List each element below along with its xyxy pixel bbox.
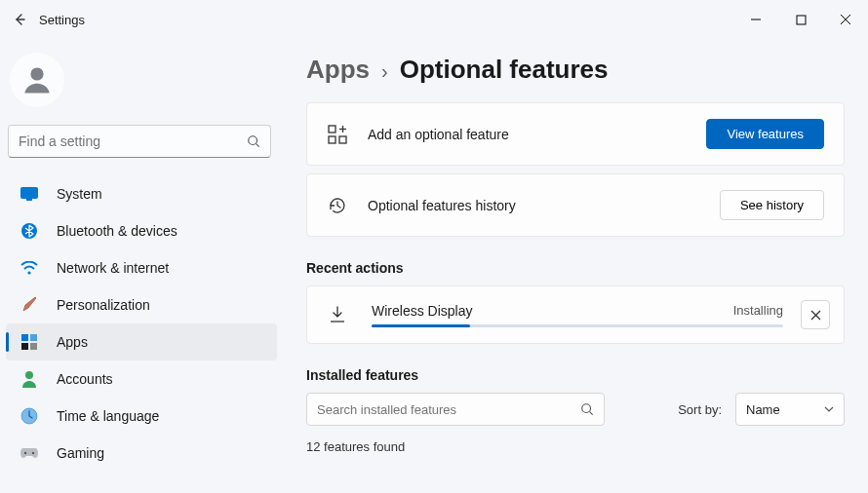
settings-search-input[interactable]: [19, 133, 247, 149]
add-feature-card: Add an optional feature View features: [306, 102, 845, 166]
sidebar-item-label: Time & language: [57, 408, 159, 424]
chevron-right-icon: ›: [381, 60, 388, 83]
svg-rect-22: [339, 136, 346, 143]
back-button[interactable]: [0, 12, 39, 27]
sidebar-item-system[interactable]: System: [6, 175, 277, 212]
svg-point-19: [32, 452, 34, 454]
add-feature-label: Add an optional feature: [368, 127, 706, 142]
maximize-button[interactable]: [778, 4, 823, 35]
history-card: Optional features history See history: [306, 173, 845, 237]
svg-point-5: [30, 67, 43, 80]
sidebar-item-personalization[interactable]: Personalization: [6, 286, 277, 323]
chevron-down-icon: [824, 406, 834, 412]
svg-point-28: [582, 404, 591, 413]
sidebar-item-label: System: [57, 186, 102, 202]
svg-rect-21: [329, 136, 335, 143]
system-icon: [20, 184, 39, 204]
recent-actions-heading: Recent actions: [306, 260, 845, 276]
search-icon: [247, 134, 260, 148]
grid-plus-icon: [327, 124, 348, 145]
close-window-button[interactable]: [823, 4, 868, 35]
sidebar-item-apps[interactable]: Apps: [6, 323, 277, 360]
recent-action-item: Wireless Display Installing: [306, 285, 845, 344]
gamepad-icon: [20, 443, 39, 463]
breadcrumb-parent[interactable]: Apps: [306, 55, 370, 85]
sidebar-item-label: Personalization: [57, 297, 150, 313]
svg-rect-2: [797, 16, 806, 24]
svg-point-6: [249, 136, 257, 145]
sort-by-select[interactable]: Name: [735, 393, 845, 426]
sidebar-item-accounts[interactable]: Accounts: [6, 360, 277, 398]
svg-rect-13: [30, 334, 37, 341]
svg-point-18: [24, 452, 26, 454]
main-content: Apps › Optional features Add an optional…: [283, 39, 868, 493]
account-icon: [20, 369, 39, 389]
features-found-text: 12 features found: [306, 439, 845, 454]
close-icon: [810, 310, 821, 321]
sort-by-value: Name: [746, 402, 780, 417]
close-icon: [840, 14, 851, 25]
person-icon: [20, 62, 55, 97]
svg-rect-14: [21, 343, 28, 350]
sidebar-item-label: Network & internet: [57, 260, 169, 276]
bluetooth-icon: [20, 221, 39, 241]
see-history-button[interactable]: See history: [720, 190, 824, 220]
sidebar-item-label: Apps: [57, 334, 88, 350]
sort-by-label: Sort by:: [678, 402, 722, 417]
svg-point-16: [25, 371, 33, 379]
window-title: Settings: [39, 13, 85, 27]
svg-line-7: [256, 144, 259, 147]
sidebar-item-time-language[interactable]: Time & language: [6, 398, 277, 435]
sidebar-item-label: Accounts: [57, 371, 113, 387]
search-icon: [580, 402, 594, 416]
wifi-icon: [20, 258, 39, 278]
svg-rect-12: [21, 334, 28, 341]
minimize-icon: [750, 14, 762, 25]
sidebar-item-label: Bluetooth & devices: [57, 223, 178, 239]
svg-rect-20: [329, 126, 335, 133]
minimize-button[interactable]: [733, 4, 778, 35]
clock-globe-icon: [20, 406, 39, 426]
svg-line-29: [590, 412, 593, 415]
history-icon: [327, 195, 348, 216]
recent-item-name: Wireless Display: [372, 303, 472, 319]
user-avatar[interactable]: [10, 53, 64, 107]
paintbrush-icon: [20, 295, 39, 315]
installed-features-heading: Installed features: [306, 367, 845, 383]
svg-rect-15: [30, 343, 37, 350]
sidebar-item-label: Gaming: [57, 445, 104, 461]
recent-item-status: Installing: [733, 303, 783, 318]
download-icon: [327, 304, 348, 325]
install-progress-bar: [372, 324, 783, 327]
apps-icon: [20, 332, 39, 352]
maximize-icon: [796, 15, 807, 25]
sidebar-item-bluetooth[interactable]: Bluetooth & devices: [6, 212, 277, 249]
breadcrumb: Apps › Optional features: [306, 55, 845, 85]
installed-search[interactable]: [306, 393, 605, 426]
sidebar-item-gaming[interactable]: Gaming: [6, 435, 277, 472]
cancel-install-button[interactable]: [801, 300, 830, 329]
svg-rect-8: [20, 187, 38, 199]
installed-search-input[interactable]: [317, 402, 580, 417]
sidebar-item-network[interactable]: Network & internet: [6, 249, 277, 286]
sidebar: System Bluetooth & devices Network & int…: [0, 39, 283, 493]
history-label: Optional features history: [368, 198, 720, 213]
view-features-button[interactable]: View features: [706, 119, 824, 149]
svg-point-11: [27, 271, 30, 274]
titlebar: Settings: [0, 0, 868, 39]
svg-rect-9: [26, 199, 32, 201]
settings-search[interactable]: [8, 125, 271, 158]
page-title: Optional features: [400, 55, 609, 85]
arrow-left-icon: [12, 12, 27, 27]
